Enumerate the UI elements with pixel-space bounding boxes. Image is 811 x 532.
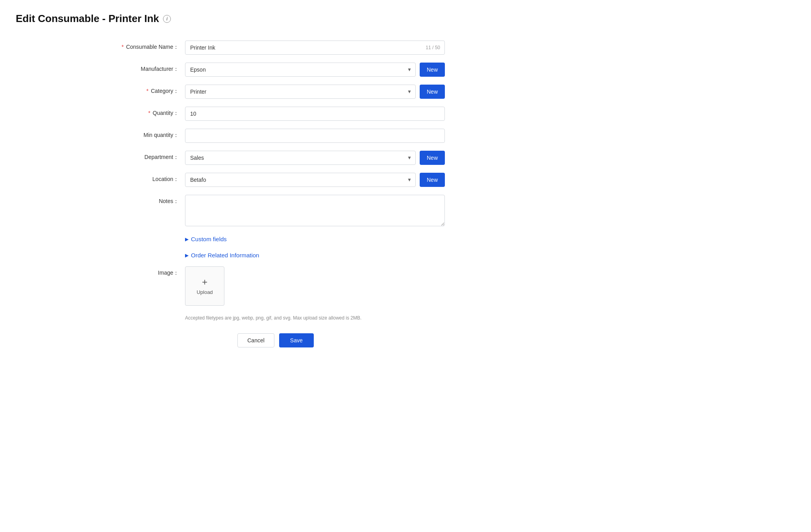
manufacturer-label: Manufacturer： [106,63,185,73]
manufacturer-select-wrapper: Epson ▼ [185,63,416,77]
custom-fields-section: ▶ Custom fields [106,234,445,244]
consumable-name-input-wrapper: 11 / 50 [185,41,445,55]
department-new-button[interactable]: New [420,151,445,165]
required-star: * [122,44,124,50]
category-field-wrapper: Printer ▼ New [185,85,445,99]
department-select[interactable]: Sales [185,151,416,165]
notes-textarea[interactable] [185,195,445,226]
quantity-row: * Quantity： [106,107,445,121]
custom-fields-toggle[interactable]: ▶ Custom fields [185,234,445,244]
min-quantity-label: Min quantity： [106,129,185,139]
cancel-button[interactable]: Cancel [237,333,274,347]
manufacturer-select[interactable]: Epson [185,63,416,77]
category-select-wrapper: Printer ▼ [185,85,416,99]
department-field-wrapper: Sales ▼ New [185,151,445,165]
quantity-field-wrapper [185,107,445,121]
location-new-button[interactable]: New [420,173,445,187]
image-row: Image： + Upload [106,266,445,306]
custom-fields-label: Custom fields [191,236,227,242]
location-select[interactable]: Betafo [185,173,416,187]
quantity-input[interactable] [185,107,445,121]
page-title: Edit Consumable - Printer Ink [16,13,159,25]
manufacturer-row: Manufacturer： Epson ▼ New [106,63,445,77]
manufacturer-field-wrapper: Epson ▼ New [185,63,445,77]
required-star: * [148,110,150,116]
min-quantity-row: Min quantity： [106,129,445,143]
category-select[interactable]: Printer [185,85,416,99]
location-field-wrapper: Betafo ▼ New [185,173,445,187]
image-field-wrapper: + Upload [185,266,445,306]
notes-field-wrapper [185,195,445,226]
notes-label: Notes： [106,195,185,205]
min-quantity-input[interactable] [185,129,445,143]
category-row: * Category： Printer ▼ New [106,85,445,99]
order-related-toggle[interactable]: ▶ Order Related Information [185,250,445,260]
notes-row: Notes： [106,195,445,226]
category-label: * Category： [106,85,185,95]
consumable-name-field-wrapper: 11 / 50 [185,41,445,55]
image-label: Image： [106,266,185,277]
department-row: Department： Sales ▼ New [106,151,445,165]
image-hint: Accepted filetypes are jpg, webp, png, g… [185,315,445,321]
save-button[interactable]: Save [279,333,314,347]
consumable-name-input[interactable] [185,41,445,55]
info-icon[interactable]: i [163,15,171,23]
upload-label: Upload [196,289,213,295]
location-select-wrapper: Betafo ▼ [185,173,416,187]
department-label: Department： [106,151,185,161]
manufacturer-new-button[interactable]: New [420,63,445,77]
order-related-arrow-icon: ▶ [185,253,189,258]
department-select-wrapper: Sales ▼ [185,151,416,165]
consumable-name-row: * Consumable Name： 11 / 50 [106,41,445,55]
form-actions: Cancel Save [106,333,445,363]
order-related-section: ▶ Order Related Information [106,250,445,260]
min-quantity-field-wrapper [185,129,445,143]
category-new-button[interactable]: New [420,85,445,99]
quantity-label: * Quantity： [106,107,185,117]
order-related-label: Order Related Information [191,252,259,259]
custom-fields-arrow-icon: ▶ [185,236,189,242]
required-star: * [146,88,148,94]
location-label: Location： [106,173,185,183]
location-row: Location： Betafo ▼ New [106,173,445,187]
upload-plus-icon: + [202,277,207,287]
image-upload-box[interactable]: + Upload [185,266,224,306]
consumable-name-label: * Consumable Name： [106,41,185,51]
